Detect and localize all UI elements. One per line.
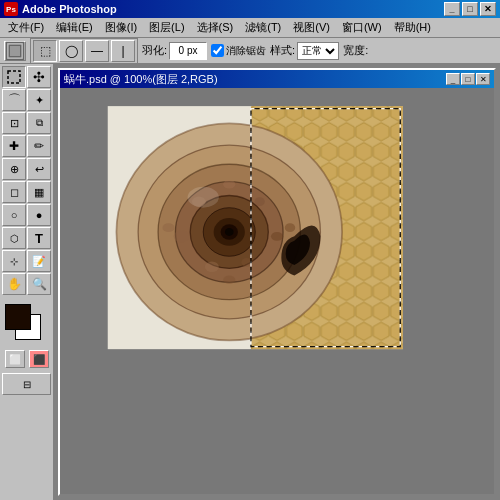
marquee-options-group: ⬚ ◯ — | [30,38,138,64]
antialias-checkbox[interactable] [211,44,224,57]
standard-mode-btn[interactable]: ⬜ [5,350,25,368]
antialias-section: 消除锯齿 [211,44,266,58]
app-icon: Ps [4,2,18,16]
menu-file[interactable]: 文件(F) [2,18,50,37]
canvas-content[interactable] [60,88,494,494]
style-select[interactable]: 正常 [297,42,339,60]
tool-preset-button[interactable] [4,41,26,61]
history-tool[interactable]: ↩ [27,158,51,180]
doc-close-btn[interactable]: ✕ [476,73,490,85]
lasso-tool[interactable]: ⌒ [2,89,26,111]
ellipse-marquee-btn[interactable]: ◯ [59,40,83,62]
svg-point-27 [271,232,283,241]
doc-maximize-btn[interactable]: □ [461,73,475,85]
tool-row-7: ○ ● [2,204,51,226]
style-section: 样式: 正常 [270,42,339,60]
tool-row-3: ⊡ ⧉ [2,112,51,134]
menu-edit[interactable]: 编辑(E) [50,18,99,37]
svg-point-28 [205,261,219,271]
feather-label: 羽化: [142,43,167,58]
svg-point-32 [223,180,235,189]
doc-title: 蜗牛.psd @ 100%(图层 2,RGB) [64,72,218,87]
tool-row-4: ✚ ✏ [2,135,51,157]
toolbox: ✣ ⌒ ✦ ⊡ ⧉ ✚ ✏ ⊕ ↩ ◻ ▦ ○ ● [0,64,54,500]
marquee-tool[interactable] [2,66,26,88]
tool-row-5: ⊕ ↩ [2,158,51,180]
canvas-area: 蜗牛.psd @ 100%(图层 2,RGB) _ □ ✕ [54,64,500,500]
rect-marquee-btn[interactable]: ⬚ [33,40,57,62]
gradient-tool[interactable]: ▦ [27,181,51,203]
eraser-tool[interactable]: ◻ [2,181,26,203]
color-container [5,304,49,348]
dodge-tool[interactable]: ○ [2,204,26,226]
svg-rect-1 [9,45,20,56]
text-tool[interactable]: T [27,227,51,249]
svg-point-31 [285,223,295,232]
options-bar: ⬚ ◯ — | 羽化: 消除锯齿 样式: 正常 宽度: [0,38,500,64]
svg-point-26 [174,230,190,242]
width-label: 宽度: [343,43,368,58]
menu-bar: 文件(F) 编辑(E) 图像(I) 图层(L) 选择(S) 滤镜(T) 视图(V… [0,18,500,38]
menu-select[interactable]: 选择(S) [191,18,240,37]
measure-tool[interactable]: ⊹ [2,250,26,272]
tool-row-8: ⬡ T [2,227,51,249]
quick-mask-btn[interactable]: ⬛ [29,350,49,368]
svg-point-30 [162,223,174,232]
document-title-bar: 蜗牛.psd @ 100%(图层 2,RGB) _ □ ✕ [60,70,494,88]
clone-tool[interactable]: ⊕ [2,158,26,180]
maximize-button[interactable]: □ [462,2,478,16]
slice-tool[interactable]: ⧉ [27,112,51,134]
style-label: 样式: [270,43,295,58]
crop-tool[interactable]: ⊡ [2,112,26,134]
heal-tool[interactable]: ✚ [2,135,26,157]
foreground-color-swatch[interactable] [5,304,31,330]
canvas-image [60,88,494,494]
tool-row-2: ⌒ ✦ [2,89,51,111]
svg-point-25 [254,197,264,206]
tool-row-10: ✋ 🔍 [2,273,51,295]
title-bar-controls: _ □ ✕ [444,2,496,16]
color-section: ⬜ ⬛ [2,300,51,370]
menu-layer[interactable]: 图层(L) [143,18,190,37]
mask-icons: ⬜ ⬛ [4,350,49,368]
menu-filter[interactable]: 滤镜(T) [239,18,287,37]
antialias-label: 消除锯齿 [226,44,266,58]
svg-point-34 [188,187,219,208]
minimize-button[interactable]: _ [444,2,460,16]
doc-title-controls: _ □ ✕ [446,73,490,85]
app-title: Adobe Photoshop [22,3,117,15]
doc-minimize-btn[interactable]: _ [446,73,460,85]
tool-row-9: ⊹ 📝 [2,250,51,272]
svg-point-23 [225,228,234,236]
magic-wand-tool[interactable]: ✦ [27,89,51,111]
hand-tool[interactable]: ✋ [2,273,26,295]
screen-mode-btn[interactable]: ⊟ [2,373,51,395]
title-bar: Ps Adobe Photoshop _ □ ✕ [0,0,500,18]
feather-input[interactable] [169,42,207,60]
move-tool[interactable]: ✣ [27,66,51,88]
screen-mode-row: ⊟ [2,373,51,395]
svg-point-33 [223,275,235,284]
row-marquee-btn[interactable]: — [85,40,109,62]
svg-point-29 [241,258,251,267]
menu-image[interactable]: 图像(I) [99,18,143,37]
document-window: 蜗牛.psd @ 100%(图层 2,RGB) _ □ ✕ [58,68,496,496]
feather-section: 羽化: [142,42,207,60]
svg-rect-2 [8,71,20,83]
close-button[interactable]: ✕ [480,2,496,16]
path-tool[interactable]: ⬡ [2,227,26,249]
main-area: ✣ ⌒ ✦ ⊡ ⧉ ✚ ✏ ⊕ ↩ ◻ ▦ ○ ● [0,64,500,500]
tool-row-1: ✣ [2,66,51,88]
brush-tool[interactable]: ✏ [27,135,51,157]
tool-row-6: ◻ ▦ [2,181,51,203]
menu-view[interactable]: 视图(V) [287,18,336,37]
zoom-tool[interactable]: 🔍 [27,273,51,295]
menu-help[interactable]: 帮助(H) [388,18,437,37]
notes-tool[interactable]: 📝 [27,250,51,272]
menu-window[interactable]: 窗口(W) [336,18,388,37]
col-marquee-btn[interactable]: | [111,40,135,62]
burn-tool[interactable]: ● [27,204,51,226]
